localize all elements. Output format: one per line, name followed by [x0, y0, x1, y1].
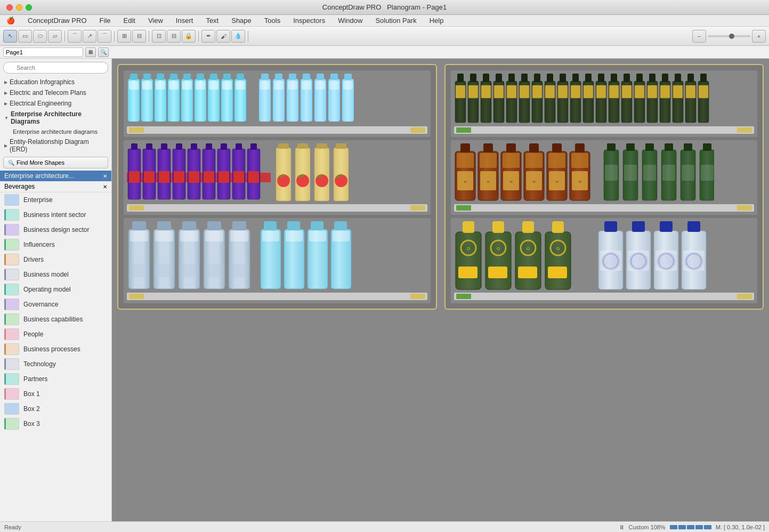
- shape-item-governance[interactable]: Governance: [0, 297, 111, 312]
- shape-item-business-intent[interactable]: Business intent sector: [0, 207, 111, 222]
- svg-rect-5: [260, 81, 270, 90]
- shape-preview: [4, 209, 19, 221]
- pause-btn[interactable]: ⏸: [619, 524, 625, 530]
- grid-view-btn[interactable]: ⊞: [85, 47, 96, 57]
- enterprise-architecture-tab[interactable]: Enterprise architecture... ✕: [0, 171, 111, 181]
- shape-item-technology[interactable]: Technology: [0, 357, 111, 372]
- eyedropper-tool[interactable]: 💧: [231, 30, 245, 43]
- menu-view[interactable]: View: [146, 15, 165, 26]
- shelf-tag-right: [737, 127, 752, 133]
- lock-tool[interactable]: 🔒: [182, 30, 196, 43]
- brush-tool[interactable]: 🖌: [216, 30, 230, 43]
- shape-label: Partners: [23, 375, 47, 383]
- shape-preview: [4, 388, 19, 400]
- svg-rect-31: [607, 143, 616, 151]
- fullscreen-button[interactable]: [26, 4, 32, 11]
- zoom-control: − +: [692, 30, 766, 43]
- beverages-tab[interactable]: Beverages ✕: [0, 181, 111, 192]
- svg-rect-32: [605, 165, 618, 181]
- menu-insert[interactable]: Insert: [174, 15, 196, 26]
- rect-tool[interactable]: ▭: [18, 30, 32, 43]
- zoom-in-btn[interactable]: +: [752, 30, 766, 43]
- svg-rect-11: [278, 143, 289, 149]
- triangle-icon: ▶: [4, 101, 7, 106]
- sidebar-item-entity-relationship[interactable]: ▶ Entity-Relationship Diagram (ERD): [0, 136, 111, 155]
- svg-rect-20: [264, 221, 277, 230]
- svg-rect-42: [600, 251, 621, 271]
- shape-preview: [4, 328, 19, 340]
- shelf-tag-right: [410, 294, 425, 299]
- shape-item-business-design[interactable]: Business design sector: [0, 222, 111, 237]
- sidebar-subitem-enterprise-diagrams[interactable]: Enterprise architecture diagrams: [0, 127, 111, 136]
- menu-conceptdraw[interactable]: ConceptDraw PRO: [26, 15, 89, 26]
- page-name-input[interactable]: [3, 47, 83, 57]
- tab-label: Beverages: [4, 183, 35, 190]
- champagne-bottles: O: [454, 221, 593, 291]
- zoom-thumb[interactable]: [729, 34, 734, 39]
- distribute-tool[interactable]: ⊟: [132, 30, 146, 43]
- sidebar-item-education-infographics[interactable]: ▶ Education Infographics: [0, 77, 111, 87]
- shape-item-business-processes[interactable]: Business processes: [0, 342, 111, 357]
- category-label: Entity-Relationship Diagram (ERD): [10, 138, 107, 153]
- find-more-shapes-button[interactable]: Find More Shapes: [3, 157, 108, 168]
- category-label: Electrical Engineering: [10, 100, 71, 107]
- search-input[interactable]: [3, 62, 108, 74]
- menu-solution-park[interactable]: Solution Park: [373, 15, 418, 26]
- menu-edit[interactable]: Edit: [122, 15, 137, 26]
- menu-window[interactable]: Window: [336, 15, 365, 26]
- shape-item-people[interactable]: People: [0, 327, 111, 342]
- svg-rect-18: [130, 264, 148, 277]
- shape-item-operating-model[interactable]: Operating model: [0, 282, 111, 297]
- ungroup-tool[interactable]: ⊟: [167, 30, 181, 43]
- menu-inspectors[interactable]: Inspectors: [291, 15, 327, 26]
- find-shapes-label: Find More Shapes: [17, 159, 64, 166]
- shelf-row-whiskey: W: [451, 140, 758, 215]
- close-tab-icon[interactable]: ✕: [103, 184, 107, 190]
- menu-help[interactable]: Help: [427, 15, 446, 26]
- shape-preview: [4, 194, 19, 206]
- shape-item-business-capabilities[interactable]: Business capabilities: [0, 312, 111, 327]
- sidebar-item-enterprise-architecture[interactable]: ▼ Enterprise Architecture Diagrams: [0, 109, 111, 127]
- category-label: Education Infographics: [10, 78, 75, 86]
- menu-file[interactable]: File: [98, 15, 113, 26]
- pen-tool[interactable]: ✒: [201, 30, 215, 43]
- search-btn[interactable]: 🔍: [98, 47, 109, 57]
- close-tab-icon[interactable]: ✕: [103, 173, 107, 179]
- shape-item-box2[interactable]: Box 2: [0, 401, 111, 416]
- right-shelf-section: W: [444, 64, 764, 310]
- menu-tools[interactable]: Tools: [262, 15, 282, 26]
- align-tool[interactable]: ⊞: [117, 30, 131, 43]
- sidebar-item-electrical-engineering[interactable]: ▶ Electrical Engineering: [0, 98, 111, 109]
- sidebar-item-electric-telecom[interactable]: ▶ Electric and Telecom Plans: [0, 87, 111, 98]
- menu-shape[interactable]: Shape: [229, 15, 254, 26]
- group-tool[interactable]: ⊡: [152, 30, 166, 43]
- water-bottles-right: [258, 74, 354, 124]
- shape-item-influencers[interactable]: Influencers: [0, 237, 111, 252]
- purple-bottles: [127, 143, 271, 202]
- canvas-area[interactable]: W: [112, 59, 769, 521]
- shape-item-enterprise[interactable]: Enterprise: [0, 192, 111, 207]
- shape-item-drivers[interactable]: Drivers: [0, 252, 111, 267]
- shape-item-box3[interactable]: Box 3: [0, 416, 111, 431]
- rect-tool2[interactable]: ▱: [48, 30, 62, 43]
- shelf-bottom-1: [127, 126, 427, 134]
- minimize-button[interactable]: [16, 4, 22, 11]
- svg-rect-27: [457, 153, 474, 168]
- zoom-out-btn[interactable]: −: [692, 30, 706, 43]
- menu-apple[interactable]: 🍎: [4, 15, 17, 26]
- menu-text[interactable]: Text: [204, 15, 221, 26]
- water-bottles-left: [127, 74, 255, 124]
- connect-tool[interactable]: ↗: [83, 30, 96, 43]
- shape-item-business-model[interactable]: Business model: [0, 267, 111, 282]
- oval-tool[interactable]: ⬭: [33, 30, 47, 43]
- shelf-tag-left: [456, 127, 471, 133]
- arc-tool[interactable]: ⌒: [98, 30, 111, 43]
- shape-item-box1[interactable]: Box 1: [0, 386, 111, 401]
- shape-preview: [4, 418, 19, 430]
- coordinates: M: [ 0.30, 1.0e-02 ]: [716, 524, 765, 530]
- select-tool[interactable]: ↖: [3, 30, 17, 43]
- lasso-tool[interactable]: ⌒: [68, 30, 82, 43]
- close-button[interactable]: [6, 4, 13, 11]
- zoom-slider[interactable]: [708, 35, 750, 37]
- shape-item-partners[interactable]: Partners: [0, 372, 111, 386]
